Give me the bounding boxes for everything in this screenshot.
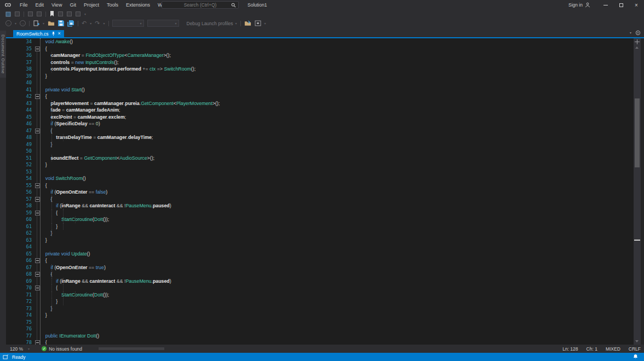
code-line[interactable]: 70 {	[6, 284, 634, 292]
line-number[interactable]: 66	[14, 258, 34, 263]
breakpoint-margin[interactable]	[6, 196, 14, 203]
line-number[interactable]: 42	[14, 94, 34, 99]
menu-git[interactable]: Git	[66, 1, 80, 9]
line-number[interactable]: 71	[14, 292, 34, 298]
close-tab-icon[interactable]: ×	[58, 31, 61, 36]
breakpoint-margin[interactable]	[6, 182, 14, 189]
horizontal-scrollbar[interactable]	[82, 347, 572, 351]
breakpoint-margin[interactable]	[6, 168, 14, 176]
line-number[interactable]: 47	[14, 128, 34, 133]
code-area[interactable]: 34 void Awake()35 {36 camManager = FindO…	[6, 38, 634, 345]
sign-in-button[interactable]: Sign in	[568, 2, 590, 8]
breakpoint-margin[interactable]	[6, 155, 14, 162]
code-line[interactable]: 58 if (inRange && canInteract && !PauseM…	[6, 202, 634, 209]
code-line-text[interactable]: }	[40, 142, 634, 147]
scrollbar-thumb[interactable]	[635, 98, 640, 167]
breakpoint-margin[interactable]	[6, 100, 14, 107]
toolbar-icon[interactable]	[28, 11, 33, 16]
background-tasks-icon[interactable]	[3, 354, 9, 359]
redo-dropdown[interactable]: ▾	[103, 22, 105, 25]
line-number[interactable]: 38	[14, 66, 34, 72]
search-box[interactable]: Search (Ctrl+Q)	[162, 1, 239, 9]
breakpoint-margin[interactable]	[6, 141, 14, 148]
line-number[interactable]: 48	[14, 135, 34, 140]
vertical-scrollbar[interactable]	[634, 38, 641, 345]
line-number[interactable]: 58	[14, 203, 34, 208]
platform-combobox[interactable]: ▾	[147, 20, 179, 27]
line-number[interactable]: 49	[14, 142, 34, 147]
code-line[interactable]: 77 public IEnumerator DoIt()	[6, 333, 634, 340]
code-line[interactable]: 50	[6, 148, 634, 155]
document-outline-tab[interactable]: Document Outline	[0, 31, 6, 78]
scroll-up-icon[interactable]	[635, 46, 639, 49]
breakpoint-margin[interactable]	[6, 251, 14, 258]
line-number[interactable]: 45	[14, 114, 34, 120]
line-number[interactable]: 68	[14, 271, 34, 277]
line-number[interactable]: 50	[14, 148, 34, 154]
code-line-text[interactable]: public IEnumerator DoIt()	[40, 333, 634, 339]
line-number[interactable]: 63	[14, 237, 34, 243]
breakpoint-margin[interactable]	[6, 257, 14, 264]
line-number[interactable]: 60	[14, 217, 34, 222]
breakpoint-margin[interactable]	[6, 127, 14, 135]
code-line[interactable]: 59 {	[6, 209, 634, 217]
undo-dropdown[interactable]: ▾	[90, 22, 91, 25]
breakpoint-margin[interactable]	[6, 79, 14, 86]
code-line-text[interactable]: if (inRange && canInteract && !PauseMenu…	[40, 203, 634, 208]
new-project-dropdown[interactable]: ▾	[43, 22, 44, 25]
breakpoint-margin[interactable]	[6, 284, 14, 292]
code-line[interactable]: 34 void Awake()	[6, 38, 634, 45]
line-number[interactable]: 61	[14, 224, 34, 229]
code-line[interactable]: 52 }	[6, 161, 634, 168]
code-line-text[interactable]: {	[40, 340, 634, 345]
breakpoint-margin[interactable]	[6, 175, 14, 182]
breakpoint-margin[interactable]	[6, 189, 14, 196]
code-line[interactable]: 42 {	[6, 93, 634, 100]
breakpoint-margin[interactable]	[6, 264, 14, 271]
breakpoint-margin[interactable]	[6, 66, 14, 73]
fold-toggle-icon[interactable]	[35, 211, 40, 216]
breakpoint-margin[interactable]	[6, 148, 14, 155]
toolbar-icon[interactable]	[37, 11, 42, 16]
code-line[interactable]: 63 }	[6, 237, 634, 244]
breakpoint-margin[interactable]	[6, 73, 14, 80]
code-line[interactable]: 45 exclPoint = camManager.exclem;	[6, 114, 634, 121]
redo-icon[interactable]: ↷	[95, 20, 100, 26]
code-line-text[interactable]: if (SpecificDelay == 0)	[40, 121, 634, 126]
code-line[interactable]: 39 }	[6, 73, 634, 80]
breakpoint-margin[interactable]	[6, 333, 14, 340]
breakpoint-margin[interactable]	[6, 134, 14, 141]
line-number[interactable]: 59	[14, 210, 34, 216]
save-icon[interactable]	[58, 20, 64, 27]
breakpoint-margin[interactable]	[6, 292, 14, 299]
code-line-text[interactable]: {	[40, 271, 634, 277]
breakpoint-margin[interactable]	[6, 59, 14, 66]
code-line-text[interactable]: }	[40, 230, 634, 236]
line-number[interactable]: 51	[14, 155, 34, 161]
code-line-text[interactable]: fade = camManager.fadeAnim;	[40, 107, 634, 113]
breakpoint-margin[interactable]	[6, 45, 14, 53]
code-line-text[interactable]: soundEffect = GetComponent<AudioSource>(…	[40, 155, 634, 161]
new-project-icon[interactable]	[33, 20, 39, 27]
tab-roomswitch[interactable]: RoomSwitch.cs ×	[13, 30, 64, 37]
breakpoint-margin[interactable]	[6, 325, 14, 333]
line-number[interactable]: 75	[14, 319, 34, 325]
code-line-text[interactable]: private void Start()	[40, 87, 634, 92]
line-number[interactable]: 78	[14, 340, 34, 345]
breakpoint-margin[interactable]	[6, 339, 14, 345]
breakpoint-margin[interactable]	[6, 107, 14, 114]
line-number[interactable]: 70	[14, 285, 34, 290]
line-number[interactable]: 52	[14, 162, 34, 167]
breakpoint-margin[interactable]	[6, 271, 14, 278]
fold-toggle-icon[interactable]	[35, 129, 40, 133]
split-editor-handle[interactable]	[635, 39, 640, 44]
code-line[interactable]: 51 soundEffect = GetComponent<AudioSourc…	[6, 155, 634, 162]
navigate-forward-icon[interactable]: →	[20, 20, 26, 26]
breakpoint-margin[interactable]	[6, 120, 14, 127]
code-editor[interactable]: 34 void Awake()35 {36 camManager = FindO…	[6, 38, 634, 345]
fold-toggle-icon[interactable]	[35, 286, 40, 290]
line-number[interactable]: 39	[14, 73, 34, 79]
code-line[interactable]: 71 StartCoroutine(DoIt());	[6, 292, 634, 299]
fold-toggle-icon[interactable]	[35, 258, 40, 263]
code-line[interactable]: 76	[6, 325, 634, 333]
